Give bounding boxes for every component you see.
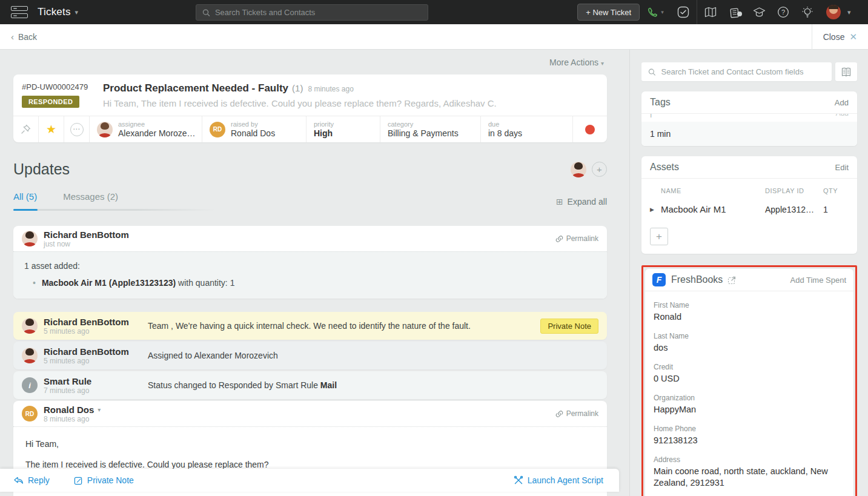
reply-button[interactable]: Reply xyxy=(13,475,50,485)
event-text: Assigned to Alexander Morozevich xyxy=(136,351,598,360)
profile-chevron-icon[interactable]: ▾ xyxy=(847,8,868,16)
close-button[interactable]: Close ✕ xyxy=(812,24,868,50)
field-address: Address Main coone road, north state, au… xyxy=(654,455,845,489)
permalink-button[interactable]: Permalink xyxy=(555,234,598,243)
nav-divider xyxy=(697,0,697,24)
private-note-button[interactable]: Private Note xyxy=(74,475,134,485)
custom-fields-search[interactable] xyxy=(641,62,832,81)
expand-all-button[interactable]: ⊞ Expand all xyxy=(556,197,607,207)
record-status-cell[interactable] xyxy=(573,116,607,142)
more-actions-chevron-icon: ▾ xyxy=(601,60,604,67)
assignee-label: assignee xyxy=(118,121,196,128)
message-line: Hi Team, xyxy=(25,439,595,449)
assets-table-header: NAME DISPLAY ID QTY xyxy=(650,187,849,194)
scrolled-remnant: | Add xyxy=(641,114,857,122)
global-search-input[interactable] xyxy=(215,8,428,17)
freshbooks-card: F FreshBooks Add Time Spent First Name R… xyxy=(645,269,853,496)
more-actions-button[interactable]: More Actions▾ xyxy=(549,58,604,67)
asset-row[interactable]: ▶ Macbook Air M1 Apple1312… 1 xyxy=(650,204,849,214)
phone-icon[interactable]: ▾ xyxy=(640,7,671,18)
field-organization: Organization HappyMan xyxy=(654,394,845,415)
assignee-cell[interactable]: assignee Alexander Moroze… xyxy=(90,116,202,142)
user-avatar[interactable] xyxy=(820,5,847,19)
help-icon[interactable]: ? xyxy=(771,6,795,18)
author-name: Richard BenBottom xyxy=(44,317,136,327)
freshbooks-highlight-box: F FreshBooks Add Time Spent First Name R… xyxy=(641,265,857,496)
asset-name: Macbook Air M1 xyxy=(661,204,765,214)
priority-cell[interactable]: priority High xyxy=(306,116,380,142)
tags-add-button[interactable]: Add xyxy=(835,98,849,107)
update-item-private-note: Richard BenBottom 5 minutes ago Team , W… xyxy=(13,312,607,340)
new-ticket-button[interactable]: + New Ticket xyxy=(577,4,640,21)
tab-all[interactable]: All (5) xyxy=(13,191,37,209)
news-feed-icon[interactable] xyxy=(723,7,747,18)
status-badge: RESPONDED xyxy=(22,96,79,108)
fields-catalog-button[interactable] xyxy=(835,62,857,81)
map-icon[interactable] xyxy=(698,7,723,18)
category-value: Billing & Payments xyxy=(388,128,459,139)
col-name: NAME xyxy=(650,187,765,194)
author-name: Smart Rule xyxy=(44,376,136,386)
info-icon: i xyxy=(22,377,38,393)
app-title-chevron-icon[interactable]: ▾ xyxy=(75,8,79,16)
app-switcher-icon[interactable] xyxy=(11,6,28,18)
red-dot-icon xyxy=(585,125,595,134)
add-asset-button[interactable]: + xyxy=(650,228,668,245)
tab-messages[interactable]: Messages (2) xyxy=(63,191,118,209)
expand-icon: ⊞ xyxy=(556,197,563,207)
raised-by-avatar: RD xyxy=(210,122,225,137)
ticket-preview: Hi Team, The item I received is defectiv… xyxy=(103,98,597,108)
app-title[interactable]: Tickets xyxy=(38,6,71,18)
ticket-detail-pane: More Actions▾ #PD-UW00002479 RESPONDED P… xyxy=(0,50,630,496)
tags-card: Tags Add | Add 1 min xyxy=(641,91,857,146)
assets-card: Assets Edit NAME DISPLAY ID QTY ▶ Macboo… xyxy=(641,156,857,254)
global-search[interactable] xyxy=(196,4,428,21)
top-nav: Tickets ▾ + New Ticket ▾ ? ▾ xyxy=(0,0,868,24)
update-item-assigned: Richard BenBottom 5 minutes ago Assigned… xyxy=(13,342,607,369)
star-button[interactable]: ★ xyxy=(39,116,64,142)
raised-by-label: raised by xyxy=(231,121,275,128)
add-update-button[interactable]: + xyxy=(592,162,607,177)
field-home-phone: Home Phone 912138123 xyxy=(654,425,845,446)
ticket-title[interactable]: Product Replacement Needed - Faulty xyxy=(103,82,288,94)
raised-by-cell[interactable]: RD raised by Ronald Dos xyxy=(202,116,306,142)
learning-cap-icon[interactable] xyxy=(747,7,771,18)
update-time: just now xyxy=(44,240,129,248)
expand-row-icon[interactable]: ▶ xyxy=(650,207,661,213)
more-options-button[interactable]: ⋯ xyxy=(64,116,90,142)
asset-qty: 1 xyxy=(823,205,849,214)
asset-display-id: Apple1312… xyxy=(765,205,823,214)
message-chevron-icon[interactable]: ▾ xyxy=(98,405,101,415)
ticket-id: #PD-UW00002479 xyxy=(22,82,90,91)
permalink-button[interactable]: Permalink xyxy=(555,409,598,418)
raised-by-value: Ronald Dos xyxy=(231,128,275,139)
add-time-spent-button[interactable]: Add Time Spent xyxy=(790,276,847,285)
time-entry-row[interactable]: 1 min xyxy=(641,122,857,146)
category-cell[interactable]: category Billing & Payments xyxy=(380,116,481,142)
back-button[interactable]: ‹ Back xyxy=(11,31,37,42)
update-time: 7 minutes ago xyxy=(44,386,136,395)
current-user-avatar xyxy=(571,162,586,177)
pin-icon xyxy=(21,124,31,134)
col-qty: QTY xyxy=(823,187,849,194)
field-first-name: First Name Ronald xyxy=(654,301,845,323)
asset-added-line: 1 asset added: xyxy=(24,261,596,271)
notification-dot xyxy=(737,12,742,16)
external-link-icon[interactable] xyxy=(727,276,737,285)
ticket-sidebar: Tags Add | Add 1 min Assets Edit NAME DI… xyxy=(631,50,868,496)
assets-title: Assets xyxy=(650,162,679,173)
tasks-check-icon[interactable] xyxy=(671,6,695,18)
assets-edit-button[interactable]: Edit xyxy=(835,163,849,172)
due-cell[interactable]: due in 8 days xyxy=(481,116,573,142)
launch-agent-script-button[interactable]: Launch Agent Script xyxy=(514,475,603,485)
search-icon xyxy=(202,8,210,17)
custom-fields-search-input[interactable] xyxy=(661,67,832,76)
update-time: 8 minutes ago xyxy=(44,415,101,423)
back-chevron-icon: ‹ xyxy=(11,31,14,42)
pin-button[interactable] xyxy=(13,116,39,142)
svg-text:?: ? xyxy=(781,8,785,16)
priority-value: High xyxy=(314,128,334,139)
bullet-icon: • xyxy=(33,278,36,288)
field-last-name: Last Name dos xyxy=(654,332,845,354)
idea-bulb-icon[interactable] xyxy=(795,6,820,19)
